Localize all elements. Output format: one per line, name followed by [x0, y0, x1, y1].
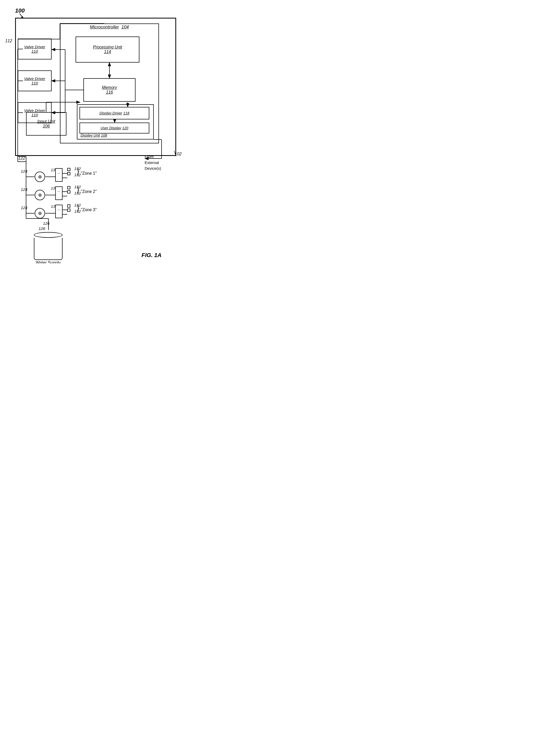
- valve-driver-2: Valve Driver 110: [18, 70, 52, 91]
- valve-3: ⊗: [35, 208, 45, 218]
- external-device-label: FromExternalDevice(s): [144, 154, 161, 172]
- du-ref-label: Display Unit 108: [81, 133, 107, 137]
- zone-bracket-2: }: [77, 186, 79, 193]
- sprinkler-sq: [67, 186, 70, 189]
- user-display-box: User Display 120: [79, 123, 149, 133]
- du-ref: 108: [101, 133, 107, 137]
- microcontroller-label: Microcontroller 104: [90, 25, 129, 30]
- sprinkler-group-3: [67, 204, 70, 212]
- mem-ref: 116: [106, 90, 113, 94]
- zone-label-3: "Zone 3": [81, 208, 97, 212]
- valve-driver-1: Valve Driver 110: [18, 38, 52, 59]
- sprinkler-sq: [67, 168, 70, 171]
- ws-cylinder-top: [34, 232, 62, 238]
- ref-122: 122: [18, 156, 25, 161]
- ref-124b: 124: [21, 187, 27, 191]
- sprinkler-group-1: [67, 168, 70, 175]
- sprinkler-sq: [67, 190, 70, 194]
- zone-bracket-3: }: [77, 204, 79, 211]
- mem-label: Memory 116: [102, 85, 117, 95]
- dd-ref: 118: [123, 111, 129, 115]
- mc-title: Microcontroller: [90, 25, 119, 29]
- zone-label-2: "Zone 2": [81, 189, 97, 194]
- ref-102: 102: [175, 152, 182, 156]
- ws-label: Water Supply: [34, 260, 62, 263]
- pipe-dots-3: ⋯: [57, 208, 61, 212]
- dd-label: Display Driver 118: [100, 111, 129, 115]
- valve-2: ⊗: [35, 190, 45, 200]
- valve-driver-3: Valve Driver 110: [18, 102, 52, 123]
- ud-ref: 120: [122, 126, 128, 130]
- pipe-dots-1: ⋯: [57, 172, 61, 175]
- mc-ref: 104: [122, 25, 129, 29]
- ref-112: 112: [5, 38, 12, 43]
- ref-124a: 124: [21, 169, 27, 173]
- ref-124c: 124: [21, 205, 27, 210]
- sprinkler-sq: [67, 209, 70, 212]
- pu-label: Processing Unit 114: [93, 45, 122, 54]
- ws-cylinder-body: [34, 238, 62, 260]
- display-driver-box: Display Driver 118: [79, 107, 149, 120]
- water-supply: Water Supply: [34, 230, 62, 263]
- processing-unit-box: Processing Unit 114: [76, 36, 139, 62]
- ref-126: 126: [43, 221, 50, 226]
- pipe-dots-2: ⋯: [57, 190, 61, 194]
- zone-label-1: "Zone 1": [81, 171, 97, 176]
- ref-100: 100: [15, 7, 25, 14]
- pu-ref: 114: [104, 50, 111, 54]
- iu-ref: 106: [43, 124, 50, 128]
- valve-1: ⊗: [35, 172, 45, 182]
- figure-label: FIG. 1A: [141, 252, 162, 259]
- diagram: 100 112 Microcontroller 104 Processing U…: [0, 0, 198, 263]
- sprinkler-group-2: [67, 186, 70, 194]
- sprinkler-sq: [67, 204, 70, 208]
- zone-bracket-1: }: [77, 168, 79, 175]
- ud-label: User Display 120: [101, 126, 129, 130]
- memory-box: Memory 116: [83, 78, 135, 102]
- sprinkler-sq: [67, 172, 70, 175]
